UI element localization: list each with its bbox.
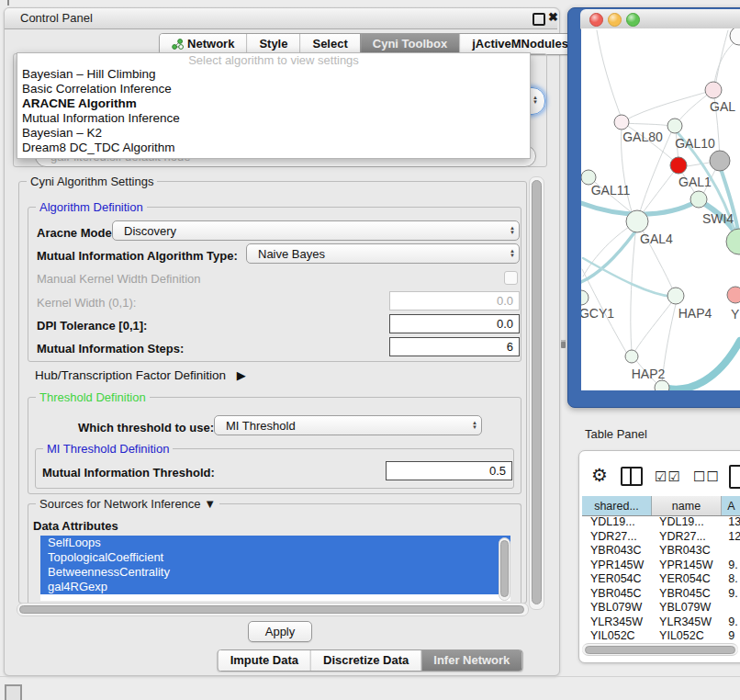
network-node[interactable] — [710, 151, 730, 171]
table-cell: YBR043C — [651, 544, 720, 559]
aracne-mode-combo[interactable]: Discovery ▲▼ — [112, 220, 520, 241]
collapse-arrow-icon[interactable]: ▼ — [204, 497, 216, 511]
sources-title: Sources for Network Inference ▼ — [36, 497, 219, 511]
table-row[interactable]: YLR345WYLR345W9. — [582, 615, 740, 630]
table-row[interactable]: YBL079WYBL079W — [582, 601, 740, 615]
algorithm-option[interactable]: Dream8 DC_TDC Algorithm — [17, 141, 530, 155]
network-node[interactable] — [625, 350, 638, 363]
list-scrollbar[interactable] — [499, 537, 510, 601]
table-cell: 13 — [720, 515, 740, 530]
node-label: SWI4 — [702, 211, 734, 226]
tab-discretize-data[interactable]: Discretize Data — [310, 650, 420, 671]
table-row[interactable]: YDR27...YDR27...12 — [582, 530, 740, 545]
network-edge[interactable] — [583, 223, 634, 277]
minimize-light[interactable] — [608, 13, 622, 27]
close-light[interactable] — [589, 13, 603, 27]
network-canvas[interactable]: GALGAL80GAL10GAL1GAL11SWI4GAL4GCY1HAP4YH… — [581, 28, 740, 390]
network-node[interactable] — [730, 28, 740, 45]
settings-vertical-scrollbar-thumb[interactable] — [532, 180, 542, 604]
tab-cyni-toolbox[interactable]: Cyni Toolbox — [360, 34, 459, 54]
panel-splitter-handle[interactable] — [561, 340, 566, 348]
table-panel-title: Table Panel — [585, 427, 647, 441]
algorithm-option[interactable]: ARACNE Algorithm — [17, 96, 530, 111]
which-threshold-combo[interactable]: MI Threshold ▲▼ — [214, 415, 482, 435]
tab-impute-data[interactable]: Impute Data — [219, 650, 310, 671]
hub-definition-toggle[interactable]: Hub/Transcription Factor Definition ▶ — [35, 368, 246, 382]
table-row[interactable]: YBR045CYBR045C9. — [582, 587, 740, 602]
table-row[interactable]: YER054CYER054C8. — [582, 572, 740, 587]
corner-grip[interactable] — [5, 684, 22, 700]
settings-horizontal-scrollbar[interactable] — [17, 603, 529, 616]
float-panel-icon[interactable] — [533, 13, 545, 26]
column-header-a[interactable]: A — [722, 496, 740, 515]
attribute-item[interactable]: TopologicalCoefficient — [40, 550, 510, 565]
table-horizontal-scrollbar[interactable] — [582, 643, 738, 656]
tab-style[interactable]: Style — [246, 34, 299, 54]
network-edge[interactable] — [623, 90, 713, 121]
manual-kernel-checkbox — [504, 271, 518, 285]
attribute-item[interactable]: BetweennessCentrality — [40, 565, 510, 580]
network-node[interactable] — [667, 288, 684, 304]
page-icon[interactable] — [729, 465, 740, 489]
attribute-item[interactable]: SelfLoops — [40, 536, 510, 550]
checked-boxes-icon[interactable]: ☑☑ — [655, 469, 681, 485]
apply-button[interactable]: Apply — [248, 621, 312, 642]
network-edge[interactable] — [597, 30, 622, 119]
network-node[interactable] — [670, 157, 687, 174]
network-edge[interactable] — [715, 30, 728, 86]
network-edge[interactable] — [668, 341, 740, 390]
tab-jactivemnodules[interactable]: jActiveMNodules — [459, 34, 580, 54]
network-edge[interactable] — [714, 41, 735, 84]
network-node[interactable] — [626, 210, 648, 232]
app-root: Control Panel ✖ NetworkStyleSelectCyni T… — [0, 0, 740, 700]
table-row[interactable]: YIL052CYIL052C9 — [582, 629, 740, 643]
close-panel-icon[interactable]: ✖ — [548, 10, 558, 24]
table-row[interactable]: YDL19...YDL19...13 — [582, 515, 740, 530]
network-window-titlebar[interactable] — [580, 9, 740, 29]
unchecked-boxes-icon[interactable]: ☐☐ — [693, 469, 720, 485]
network-node[interactable] — [705, 82, 722, 98]
table-horizontal-scrollbar-thumb[interactable] — [585, 646, 735, 654]
network-edge[interactable] — [583, 258, 673, 297]
network-node[interactable] — [667, 119, 682, 133]
network-graph[interactable]: GALGAL80GAL10GAL1GAL11SWI4GAL4GCY1HAP4YH… — [581, 28, 740, 390]
column-header-shared-[interactable]: shared... — [582, 496, 652, 515]
split-columns-icon[interactable] — [621, 467, 643, 486]
network-node[interactable] — [581, 290, 589, 305]
mi-steps-field[interactable]: 6 — [389, 337, 520, 356]
list-scrollbar-thumb[interactable] — [500, 540, 509, 597]
algorithm-option[interactable]: Bayesian – K2 — [17, 126, 530, 141]
algorithm-option[interactable]: Mutual Information Inference — [17, 111, 530, 126]
tab-network[interactable]: Network — [160, 34, 246, 54]
attribute-item[interactable]: gal4RGexp — [40, 580, 510, 594]
tab-select[interactable]: Select — [299, 34, 359, 54]
network-node[interactable] — [655, 380, 669, 390]
which-threshold-value: MI Threshold — [226, 419, 296, 433]
column-header-name[interactable]: name — [652, 496, 722, 515]
network-edge[interactable] — [631, 225, 636, 352]
table-cell: YIL052C — [651, 629, 720, 643]
table-row[interactable]: YPR145WYPR145W9. — [582, 559, 740, 573]
network-edge[interactable] — [634, 299, 674, 352]
table-cell: YBL079W — [651, 601, 720, 615]
mi-threshold-label: Mutual Information Threshold: — [42, 466, 215, 480]
mi-threshold-field[interactable]: 0.5 — [386, 461, 512, 480]
tab-label: jActiveMNodules — [472, 34, 568, 54]
gear-icon[interactable]: ⚙ — [591, 464, 608, 486]
settings-horizontal-scrollbar-thumb[interactable] — [19, 605, 524, 614]
network-node[interactable] — [614, 115, 629, 130]
network-node[interactable] — [727, 287, 740, 303]
tab-infer-network[interactable]: Infer Network — [420, 650, 521, 671]
node-label: GAL4 — [640, 231, 673, 246]
table-row[interactable]: YBR043CYBR043C — [582, 544, 740, 559]
table-cell — [720, 544, 740, 559]
network-node[interactable] — [690, 191, 707, 208]
network-edge[interactable] — [622, 123, 670, 126]
dpi-tolerance-field[interactable]: 0.0 — [389, 314, 520, 333]
algorithm-option[interactable]: Bayesian – Hill Climbing — [17, 67, 530, 82]
mi-type-combo[interactable]: Naive Bayes ▲▼ — [246, 243, 520, 264]
zoom-light[interactable] — [626, 13, 640, 27]
settings-vertical-scrollbar[interactable] — [529, 176, 544, 610]
network-node[interactable] — [726, 229, 740, 254]
algorithm-option[interactable]: Basic Correlation Inference — [17, 82, 530, 96]
